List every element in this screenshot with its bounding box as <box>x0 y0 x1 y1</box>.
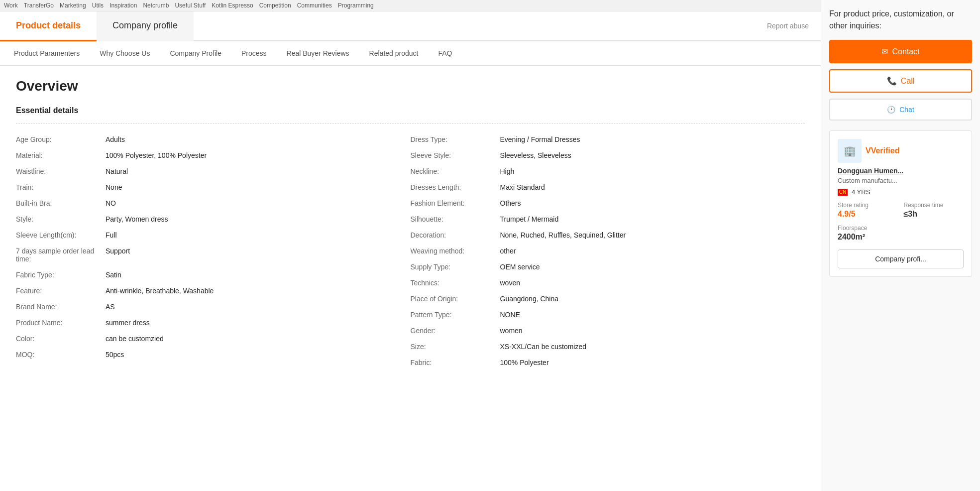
bookmark-marketing[interactable]: Marketing <box>60 2 86 9</box>
bookmark-transfergo[interactable]: TransferGo <box>24 2 54 9</box>
nav-process[interactable]: Process <box>231 41 277 66</box>
detail-row: Neckline:High <box>411 163 805 179</box>
tab-company-profile[interactable]: Company profile <box>97 11 194 41</box>
detail-label: Size: <box>411 343 500 351</box>
detail-row: Color:can be customzied <box>16 331 411 347</box>
verified-header: 🏢 VVerified <box>838 139 964 163</box>
bookmark-utils[interactable]: Utils <box>92 2 104 9</box>
verified-icon: 🏢 <box>838 139 862 163</box>
detail-label: Dresses Length: <box>411 183 500 191</box>
detail-row: Size:XS-XXL/Can be customized <box>411 339 805 355</box>
overview-title: Overview <box>16 78 805 94</box>
detail-value: woven <box>500 279 805 287</box>
detail-row: Sleeve Style:Sleeveless, Sleeveless <box>411 147 805 163</box>
stat-store-rating: Store rating 4.9/5 <box>838 202 898 219</box>
detail-value: Maxi Standard <box>500 183 805 191</box>
detail-value: 100% Polyester <box>500 359 805 367</box>
clock-icon: 🕐 <box>887 106 895 114</box>
bookmark-communities[interactable]: Communities <box>297 2 332 9</box>
left-details-column: Age Group:AdultsMaterial:100% Polyester,… <box>16 131 411 370</box>
secondary-nav: Product Paramenters Why Choose Us Compan… <box>0 41 821 66</box>
detail-value: Sleeveless, Sleeveless <box>500 151 805 159</box>
detail-label: Technics: <box>411 279 500 287</box>
detail-label: Style: <box>16 215 106 223</box>
detail-row: Fabric:100% Polyester <box>411 355 805 370</box>
response-time-label: Response time <box>904 202 964 209</box>
detail-label: Neckline: <box>411 167 500 175</box>
bookmark-inspiration[interactable]: Inspiration <box>109 2 137 9</box>
detail-value: other <box>500 247 805 255</box>
contact-button[interactable]: ✉ Contact <box>829 40 972 63</box>
company-profile-button[interactable]: Company profi... <box>838 249 964 268</box>
detail-value: OEM service <box>500 263 805 271</box>
company-desc: Custom manufactu... <box>838 177 964 184</box>
report-abuse-link[interactable]: Report abuse <box>755 13 821 39</box>
details-grid: Age Group:AdultsMaterial:100% Polyester,… <box>16 123 805 370</box>
detail-value: Natural <box>106 167 411 175</box>
detail-label: Supply Type: <box>411 263 500 271</box>
bookmark-kotlin[interactable]: Kotlin Espresso <box>212 2 253 9</box>
detail-row: Gender:women <box>411 323 805 339</box>
detail-value: summer dress <box>106 319 411 327</box>
essential-details-title: Essential details <box>16 106 805 115</box>
detail-value: Evening / Formal Dresses <box>500 135 805 143</box>
bookmark-netcrumb[interactable]: Netcrumb <box>143 2 169 9</box>
detail-row: Sleeve Length(cm):Full <box>16 227 411 243</box>
detail-row: Train:None <box>16 179 411 195</box>
detail-row: Brand Name:AS <box>16 299 411 315</box>
response-time-value: ≤3h <box>904 210 964 219</box>
company-name-link[interactable]: Dongguan Humen... <box>838 167 964 175</box>
detail-value: 50pcs <box>106 351 411 359</box>
detail-row: Supply Type:OEM service <box>411 259 805 275</box>
detail-label: Product Name: <box>16 319 106 327</box>
floorspace-value: 2400m² <box>838 233 898 242</box>
floorspace-label: Floorspace <box>838 225 898 232</box>
content-area: Overview Essential details Age Group:Adu… <box>0 66 821 382</box>
top-tabs: Product details Company profile Report a… <box>0 11 821 41</box>
detail-row: Dresses Length:Maxi Standard <box>411 179 805 195</box>
right-details-column: Dress Type:Evening / Formal DressesSleev… <box>411 131 805 370</box>
detail-value: Satin <box>106 271 411 279</box>
chat-button[interactable]: 🕐 Chat <box>829 99 972 121</box>
detail-label: Decoration: <box>411 231 500 239</box>
mail-icon: ✉ <box>881 47 888 56</box>
detail-label: 7 days sample order lead time: <box>16 247 106 263</box>
bookmark-useful-stuff[interactable]: Useful Stuff <box>175 2 206 9</box>
detail-row: 7 days sample order lead time:Support <box>16 243 411 267</box>
detail-value: XS-XXL/Can be customized <box>500 343 805 351</box>
detail-label: Color: <box>16 335 106 343</box>
nav-why-choose-us[interactable]: Why Choose Us <box>90 41 160 66</box>
detail-row: Product Name:summer dress <box>16 315 411 331</box>
nav-real-buyer-reviews[interactable]: Real Buyer Reviews <box>277 41 359 66</box>
detail-row: Fabric Type:Satin <box>16 267 411 283</box>
nav-faq[interactable]: FAQ <box>428 41 462 66</box>
bookmark-competition[interactable]: Competition <box>259 2 291 9</box>
detail-label: Fabric: <box>411 359 500 367</box>
right-sidebar: For product price, customization, or oth… <box>821 0 980 491</box>
bookmark-programming[interactable]: Programming <box>338 2 374 9</box>
nav-company-profile[interactable]: Company Profile <box>160 41 231 66</box>
call-button[interactable]: 📞 Call <box>829 69 972 93</box>
detail-row: Silhouette:Trumpet / Mermaid <box>411 211 805 227</box>
detail-value: Anti-wrinkle, Breathable, Washable <box>106 287 411 295</box>
detail-label: Weaving method: <box>411 247 500 255</box>
phone-icon: 📞 <box>887 76 897 86</box>
years-badge: 4 YRS <box>852 188 870 196</box>
detail-row: Technics:woven <box>411 275 805 291</box>
company-meta: CN 4 YRS <box>838 188 964 196</box>
detail-label: Pattern Type: <box>411 311 500 319</box>
detail-value: Party, Women dress <box>106 215 411 223</box>
detail-value: Full <box>106 231 411 239</box>
bookmark-work[interactable]: Work <box>4 2 18 9</box>
detail-row: Pattern Type:NONE <box>411 307 805 323</box>
detail-label: Sleeve Style: <box>411 151 500 159</box>
detail-row: Place of Origin:Guangdong, China <box>411 291 805 307</box>
nav-related-product[interactable]: Related product <box>359 41 429 66</box>
detail-value: Trumpet / Mermaid <box>500 215 805 223</box>
detail-label: Sleeve Length(cm): <box>16 231 106 239</box>
detail-value: can be customzied <box>106 335 411 343</box>
detail-value: Others <box>500 199 805 207</box>
detail-label: Dress Type: <box>411 135 500 143</box>
tab-product-details[interactable]: Product details <box>0 11 97 41</box>
nav-product-paramenters[interactable]: Product Paramenters <box>4 41 90 66</box>
